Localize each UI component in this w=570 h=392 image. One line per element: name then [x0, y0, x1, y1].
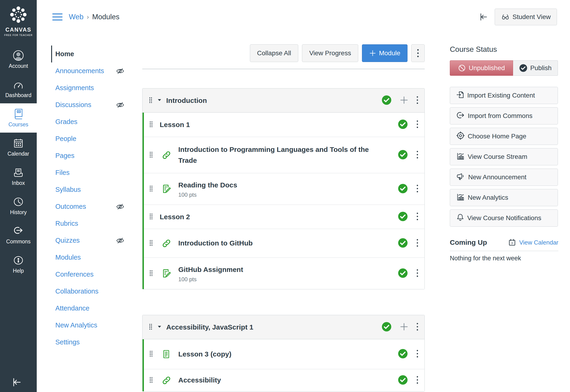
item-published-icon[interactable] — [398, 150, 408, 161]
course-nav-item-attendance[interactable]: Attendance — [51, 300, 130, 317]
item-published-icon[interactable] — [398, 349, 408, 360]
canvas-logo[interactable]: CANVAS FREE FOR TEACHER — [0, 0, 37, 39]
global-nav-item-history[interactable]: History — [0, 191, 37, 220]
item-kebab-menu[interactable] — [416, 376, 418, 385]
global-nav-item-calendar[interactable]: Calendar — [0, 133, 37, 162]
module-item-row: GitHub Assignment 100 pts — [144, 258, 424, 289]
global-nav-item-dashboard[interactable]: Dashboard — [0, 74, 37, 103]
chevron-down-icon[interactable] — [157, 98, 161, 103]
add-module-button[interactable]: Module — [362, 44, 408, 62]
drag-handle-icon[interactable] — [149, 151, 153, 159]
course-nav-item-modules[interactable]: Modules — [51, 249, 130, 266]
course-status-heading: Course Status — [450, 44, 558, 54]
course-nav-item-announcements[interactable]: Announcements — [51, 62, 130, 79]
chevron-down-icon[interactable] — [157, 325, 161, 329]
course-nav-item-conferences[interactable]: Conferences — [51, 266, 130, 283]
item-published-icon[interactable] — [398, 238, 408, 249]
add-item-icon[interactable] — [400, 322, 409, 332]
course-nav-label: Announcements — [55, 67, 104, 75]
drag-handle-icon[interactable] — [148, 323, 153, 331]
collapse-right-icon[interactable] — [478, 12, 488, 22]
module-published-icon[interactable] — [381, 322, 392, 333]
item-published-icon[interactable] — [398, 375, 408, 386]
item-title-link[interactable]: Accessibility — [178, 375, 221, 386]
course-nav-item-people[interactable]: People — [51, 130, 130, 147]
drag-handle-icon[interactable] — [148, 97, 153, 104]
item-kebab-menu[interactable] — [416, 150, 418, 160]
course-nav-item-assignments[interactable]: Assignments — [51, 79, 130, 96]
global-nav-item-inbox[interactable]: Inbox — [0, 162, 37, 191]
coming-up-header: Coming Up 3 View Calendar — [450, 238, 558, 247]
unpublished-button[interactable]: Unpublished — [450, 60, 513, 76]
item-title-link[interactable]: Lesson 3 (copy) — [178, 349, 231, 360]
global-nav-item-courses[interactable]: Courses — [0, 103, 37, 133]
item-kebab-menu[interactable] — [416, 238, 418, 248]
item-kebab-menu[interactable] — [416, 269, 418, 279]
item-title-link[interactable]: Introduction to GitHub — [178, 238, 253, 249]
global-nav-item-help[interactable]: Help — [0, 250, 37, 279]
import-existing-content-button[interactable]: Import Existing Content — [450, 87, 558, 104]
course-nav-item-collaborations[interactable]: Collaborations — [51, 283, 130, 300]
item-published-icon[interactable] — [398, 268, 408, 279]
choose-home-page-button[interactable]: Choose Home Page — [450, 128, 558, 145]
subheader-title: Lesson 1 — [160, 121, 190, 129]
item-title-link[interactable]: GitHub Assignment — [178, 264, 243, 275]
add-item-icon[interactable] — [400, 96, 409, 105]
drag-handle-icon[interactable] — [149, 239, 153, 247]
course-nav-item-files[interactable]: Files — [51, 164, 130, 181]
item-title-link[interactable]: Introduction to Programming Languages an… — [178, 144, 376, 166]
student-view-button[interactable]: Student View — [495, 9, 557, 25]
course-nav-item-quizzes[interactable]: Quizzes — [51, 232, 130, 249]
course-nav-item-home[interactable]: Home — [51, 45, 130, 62]
module-kebab-menu[interactable] — [416, 96, 418, 105]
import-commons-icon — [456, 111, 465, 121]
item-kebab-menu[interactable] — [416, 120, 418, 130]
view-progress-button[interactable]: View Progress — [302, 44, 358, 62]
item-published-icon[interactable] — [398, 183, 408, 195]
assignment-icon — [161, 184, 172, 194]
drag-handle-icon[interactable] — [149, 270, 153, 278]
drag-handle-icon[interactable] — [149, 185, 153, 193]
drag-handle-icon[interactable] — [149, 121, 153, 129]
main-area: Web › Modules Student Vi — [37, 0, 570, 392]
module-title: Accessibility, JavaScript 1 — [166, 323, 253, 331]
collapse-all-button[interactable]: Collapse All — [250, 44, 298, 62]
item-published-icon[interactable] — [398, 211, 408, 223]
course-nav-item-syllabus[interactable]: Syllabus — [51, 181, 130, 198]
item-published-icon[interactable] — [398, 119, 408, 130]
item-kebab-menu[interactable] — [416, 184, 418, 194]
view-calendar-link[interactable]: View Calendar — [519, 239, 558, 246]
module-kebab-menu[interactable] — [416, 322, 418, 332]
toolbar-kebab-menu[interactable] — [411, 44, 425, 62]
item-title-link[interactable]: Reading the Docs — [178, 180, 237, 191]
drag-handle-icon[interactable] — [149, 213, 153, 221]
publish-button[interactable]: Publish — [513, 60, 558, 76]
course-nav-item-outcomes[interactable]: Outcomes — [51, 198, 130, 215]
hamburger-menu-icon[interactable] — [52, 13, 63, 21]
new-analytics-button[interactable]: New Analytics — [450, 189, 558, 206]
view-course-notifications-button[interactable]: View Course Notifications — [450, 210, 558, 227]
sidebar-action-label: New Announcement — [468, 173, 526, 181]
course-nav-item-pages[interactable]: Pages — [51, 147, 130, 164]
course-nav-item-settings[interactable]: Settings — [51, 334, 130, 351]
item-kebab-menu[interactable] — [416, 212, 418, 222]
drag-handle-icon[interactable] — [149, 350, 153, 358]
course-nav-label: Conferences — [55, 271, 93, 278]
course-nav-item-discussions[interactable]: Discussions — [51, 96, 130, 113]
course-nav-item-rubrics[interactable]: Rubrics — [51, 215, 130, 232]
module-published-icon[interactable] — [381, 95, 392, 106]
breadcrumb-course-link[interactable]: Web — [69, 13, 84, 21]
import-from-commons-button[interactable]: Import from Commons — [450, 107, 558, 125]
module-header: Accessibility, JavaScript 1 — [143, 315, 424, 339]
drag-handle-icon[interactable] — [149, 377, 153, 384]
item-kebab-menu[interactable] — [416, 349, 418, 359]
view-course-stream-button[interactable]: View Course Stream — [450, 148, 558, 165]
course-nav-item-new-analytics[interactable]: New Analytics — [51, 317, 130, 334]
canvas-logo-icon — [9, 5, 28, 24]
global-nav-collapse-button[interactable] — [11, 377, 22, 387]
canvas-logo-subtitle: FREE FOR TEACHER — [0, 34, 37, 36]
course-nav-item-grades[interactable]: Grades — [51, 113, 130, 130]
new-announcement-button[interactable]: New Announcement — [450, 168, 558, 186]
global-nav-item-account[interactable]: Account — [0, 45, 37, 74]
global-nav-item-commons[interactable]: Commons — [0, 220, 37, 250]
